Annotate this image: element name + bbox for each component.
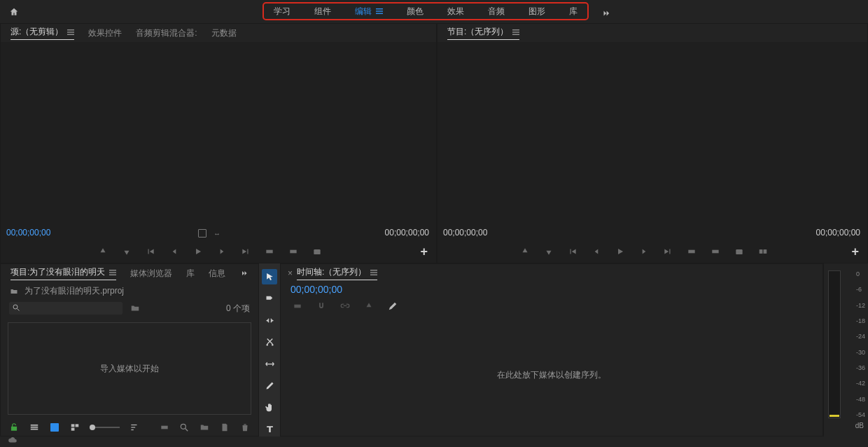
new-bin-from-search-button[interactable]	[128, 301, 142, 315]
svg-rect-4	[67, 32, 74, 32]
step-back-button[interactable]	[167, 245, 181, 259]
svg-rect-26	[31, 429, 38, 430]
slip-tool[interactable]	[262, 356, 277, 371]
thumbnail-zoom-slider[interactable]	[90, 427, 120, 428]
go-to-out-button[interactable]	[661, 245, 675, 259]
list-view-button[interactable]	[29, 420, 40, 434]
insert-button[interactable]	[262, 245, 276, 259]
export-frame-button[interactable]	[732, 245, 746, 259]
linked-selection-toggle[interactable]	[338, 299, 352, 313]
ripple-icon	[265, 315, 275, 326]
svg-rect-30	[131, 425, 136, 425]
mark-in-button[interactable]	[96, 245, 110, 259]
find-button[interactable]	[179, 420, 190, 434]
add-marker-button[interactable]	[362, 299, 376, 313]
workspace-tab-audio[interactable]: 音频	[488, 6, 505, 18]
lower-right-region: × 时间轴:（无序列） 00;00;00;00 在此处放下媒体以创建序列。	[259, 263, 868, 436]
hamburger-icon	[370, 268, 377, 277]
export-frame-button[interactable]	[310, 245, 324, 259]
project-tab[interactable]: 项目:为了没有眼泪的明天	[10, 266, 116, 280]
source-in-timecode[interactable]: 00;00;00;00	[6, 228, 50, 238]
tab-info[interactable]: 信息	[209, 268, 225, 280]
tab-overflow-button[interactable]	[240, 269, 248, 277]
program-tab[interactable]: 节目:（无序列）	[447, 26, 519, 40]
go-to-in-button[interactable]	[566, 245, 580, 259]
step-back-button[interactable]	[589, 245, 603, 259]
pen-tool[interactable]	[262, 378, 277, 393]
workspace-tab-assembly[interactable]: 组件	[314, 6, 331, 18]
workspace-overflow-button[interactable]	[599, 6, 613, 20]
timeline-timecode[interactable]: 00;00;00;00	[290, 284, 342, 295]
workspace-tab-learn[interactable]: 学习	[274, 6, 290, 18]
timeline-settings-button[interactable]	[386, 299, 400, 313]
button-editor-button[interactable]: +	[421, 245, 428, 259]
play-button[interactable]	[613, 245, 627, 259]
go-to-in-button[interactable]	[144, 245, 158, 259]
home-button[interactable]	[7, 5, 21, 19]
freeform-view-button[interactable]	[69, 420, 80, 434]
button-editor-button[interactable]: +	[852, 245, 860, 259]
tab-media-browser[interactable]: 媒体浏览器	[130, 268, 172, 280]
tab-libraries[interactable]: 库	[186, 268, 195, 280]
new-bin-button[interactable]	[200, 420, 210, 434]
meter-ticks: 0 -6 -12 -18 -24 -30 -36 -42 -48 -54	[856, 270, 865, 418]
play-button[interactable]	[191, 245, 205, 259]
timeline-tab[interactable]: 时间轴:（无序列）	[297, 266, 377, 280]
new-item-button[interactable]	[220, 420, 230, 434]
workspace-tab-libraries[interactable]: 库	[569, 6, 578, 18]
drop-label: 导入媒体以开始	[100, 363, 159, 375]
overwrite-button[interactable]	[286, 245, 300, 259]
sort-button[interactable]	[130, 420, 140, 434]
razor-icon	[265, 337, 275, 348]
svg-point-36	[266, 344, 268, 346]
mark-in-button[interactable]	[518, 245, 532, 259]
insert-sequence-button[interactable]	[290, 299, 304, 313]
go-to-out-button[interactable]	[239, 245, 253, 259]
step-forward-button[interactable]	[215, 245, 229, 259]
close-tab-button[interactable]: ×	[288, 268, 293, 278]
project-item-count: 0 个项	[226, 303, 250, 315]
slider-handle[interactable]	[90, 425, 95, 430]
source-tab-source[interactable]: 源:（无剪辑）	[10, 26, 74, 40]
write-lock-toggle[interactable]	[9, 420, 20, 434]
pen-icon	[265, 380, 275, 391]
track-select-tool[interactable]	[262, 291, 277, 306]
project-drop-zone[interactable]: 导入媒体以开始	[8, 322, 251, 415]
lift-button[interactable]	[685, 245, 699, 259]
timeline-drop-zone[interactable]: 在此处放下媒体以创建序列。	[281, 315, 822, 436]
program-in-timecode[interactable]: 00;00;00;00	[443, 228, 487, 238]
source-tab-audio-mixer[interactable]: 音频剪辑混合器:	[136, 27, 197, 39]
workspace-tab-color[interactable]: 颜色	[407, 6, 424, 18]
svg-rect-12	[512, 34, 519, 34]
automate-to-sequence-button[interactable]	[159, 420, 169, 434]
svg-rect-18	[763, 249, 766, 254]
workspace-tab-editing[interactable]: 编辑	[355, 6, 383, 18]
source-tab-effect-controls[interactable]: 效果控件	[88, 27, 122, 39]
selection-tool[interactable]	[262, 269, 277, 284]
resolution-toggle[interactable]: ↔	[214, 230, 220, 238]
workspace-tab-effects[interactable]: 效果	[447, 6, 464, 18]
delete-button[interactable]	[239, 420, 250, 434]
mark-out-button[interactable]	[542, 245, 556, 259]
comparison-view-button[interactable]	[756, 245, 770, 259]
workspace-tab-graphics[interactable]: 图形	[528, 6, 545, 18]
source-out-timecode[interactable]: 00;00;00;00	[385, 228, 429, 238]
snap-toggle[interactable]	[314, 299, 328, 313]
mark-out-button[interactable]	[120, 245, 134, 259]
program-out-timecode[interactable]: 00;00;00;00	[816, 228, 860, 238]
hand-tool[interactable]	[262, 399, 277, 415]
meter-track	[828, 270, 841, 418]
ripple-edit-tool[interactable]	[262, 312, 277, 328]
meter-unit: dB	[855, 422, 864, 429]
icon-view-button[interactable]	[49, 420, 59, 434]
step-forward-button[interactable]	[637, 245, 651, 259]
razor-tool[interactable]	[262, 334, 277, 350]
fit-button[interactable]	[198, 229, 206, 238]
extract-button[interactable]	[708, 245, 722, 259]
svg-point-9	[316, 251, 318, 254]
tick: -54	[856, 411, 865, 418]
type-tool[interactable]	[262, 421, 277, 436]
source-tab-metadata[interactable]: 元数据	[211, 27, 237, 39]
project-search-input[interactable]	[9, 302, 122, 315]
svg-rect-21	[109, 274, 116, 275]
